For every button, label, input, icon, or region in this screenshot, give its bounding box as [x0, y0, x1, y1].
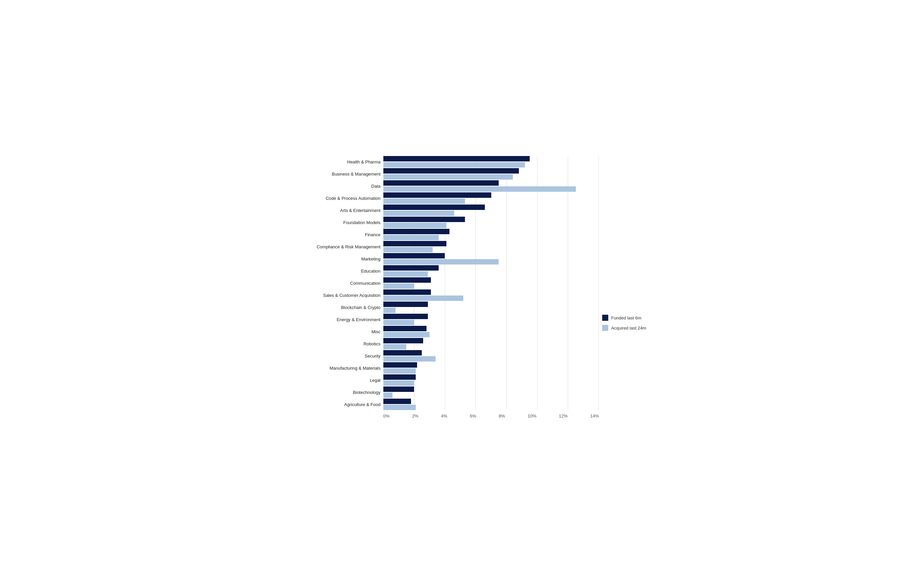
acquired-bar-row — [383, 320, 599, 325]
category-row: Biotechnology — [383, 387, 599, 398]
funded-bar-row — [383, 168, 599, 174]
acquired-bar-row — [383, 198, 599, 204]
bars-group — [383, 326, 599, 337]
category-label: Data — [303, 184, 381, 189]
acquired-bar-row — [383, 381, 599, 386]
acquired-bar — [383, 259, 499, 265]
x-axis-label: 8% — [499, 413, 505, 419]
acquired-bar-row — [383, 368, 599, 374]
category-label: Health & Pharma — [303, 159, 381, 164]
x-axis: 0%2%4%6%8%10%12%14% — [383, 413, 599, 419]
funded-bar — [383, 398, 411, 404]
acquired-bar-row — [383, 162, 599, 167]
category-row: Agriculture & Food — [383, 398, 599, 410]
funded-bar-row — [383, 374, 599, 380]
category-row: Energy & Environment — [383, 314, 599, 325]
funded-bar-row — [383, 314, 599, 319]
acquired-bar-row — [383, 332, 599, 337]
category-label: Biotechnology — [303, 390, 381, 395]
funded-bar — [383, 289, 431, 295]
funded-bar-row — [383, 265, 599, 271]
funded-bar-row — [383, 204, 599, 210]
acquired-bar — [383, 271, 428, 276]
funded-bar — [383, 241, 446, 246]
acquired-bar-row — [383, 174, 599, 180]
bars-group — [383, 289, 599, 301]
acquired-bar-row — [383, 344, 599, 349]
funded-bar — [383, 374, 416, 380]
category-row: Arts & Entertainment — [383, 204, 599, 216]
category-label: Compliance & Risk Management — [303, 244, 381, 249]
funded-legend-label: Funded last 6m — [611, 315, 641, 320]
category-row: Finance — [383, 229, 599, 240]
funded-bar-row — [383, 350, 599, 355]
funded-bar — [383, 314, 428, 319]
acquired-legend-item: Acquired last 24m — [602, 325, 646, 331]
acquired-bar — [383, 405, 416, 410]
funded-bar-row — [383, 241, 599, 246]
funded-bar-row — [383, 193, 599, 198]
bars-group — [383, 387, 599, 398]
funded-bar-row — [383, 229, 599, 234]
acquired-bar — [383, 198, 465, 204]
acquired-bar — [383, 210, 454, 216]
funded-bar — [383, 338, 423, 343]
category-row: Security — [383, 350, 599, 361]
legend: Funded last 6mAcquired last 24m — [602, 315, 646, 331]
funded-bar-row — [383, 277, 599, 283]
funded-legend-item: Funded last 6m — [602, 315, 646, 321]
acquired-bar-row — [383, 308, 599, 313]
bars-group — [383, 180, 599, 192]
category-row: Health & Pharma — [383, 156, 599, 167]
acquired-bar — [383, 356, 436, 361]
funded-bar — [383, 204, 485, 210]
category-row: Business & Management — [383, 168, 599, 180]
x-axis-label: 10% — [528, 413, 536, 419]
acquired-bar-row — [383, 247, 599, 252]
category-label: Sales & Customer Acquisition — [303, 293, 381, 298]
category-label: Security — [303, 353, 381, 358]
funded-bar — [383, 217, 465, 222]
bars-group — [383, 350, 599, 361]
bars-group — [383, 265, 599, 276]
funded-bar-row — [383, 217, 599, 222]
x-axis-label: 4% — [441, 413, 448, 419]
category-row: Sales & Customer Acquisition — [383, 289, 599, 301]
acquired-bar — [383, 368, 416, 374]
bars-group — [383, 241, 599, 252]
acquired-bar-row — [383, 283, 599, 289]
chart-wrapper: Health & PharmaBusiness & ManagementData… — [303, 149, 606, 439]
acquired-bar-row — [383, 223, 599, 228]
category-label: Blockchain & Crypto — [303, 305, 381, 310]
acquired-bar — [383, 235, 439, 240]
bars-group — [383, 277, 599, 289]
acquired-bar — [383, 186, 576, 192]
chart-area: Health & PharmaBusiness & ManagementData… — [383, 156, 599, 410]
category-row: Education — [383, 265, 599, 276]
x-axis-label: 2% — [412, 413, 419, 419]
funded-bar-row — [383, 398, 599, 404]
category-label: Misc — [303, 329, 381, 334]
bars-group — [383, 398, 599, 410]
category-label: Energy & Environment — [303, 317, 381, 322]
category-label: Communication — [303, 281, 381, 286]
funded-bar-row — [383, 338, 599, 343]
funded-legend-color — [602, 315, 608, 321]
acquired-bar-row — [383, 271, 599, 276]
category-label: Marketing — [303, 256, 381, 262]
funded-bar-row — [383, 156, 599, 161]
category-row: Foundation Models — [383, 217, 599, 228]
funded-bar-row — [383, 302, 599, 307]
acquired-bar — [383, 332, 430, 337]
funded-bar-row — [383, 180, 599, 186]
bars-group — [383, 302, 599, 313]
bars-group — [383, 338, 599, 349]
acquired-bar — [383, 320, 414, 325]
funded-bar — [383, 277, 431, 283]
acquired-bar — [383, 283, 414, 289]
acquired-bar — [383, 308, 396, 313]
acquired-bar — [383, 174, 513, 180]
acquired-bar — [383, 381, 414, 386]
x-axis-label: 14% — [590, 413, 599, 419]
funded-bar — [383, 253, 445, 259]
